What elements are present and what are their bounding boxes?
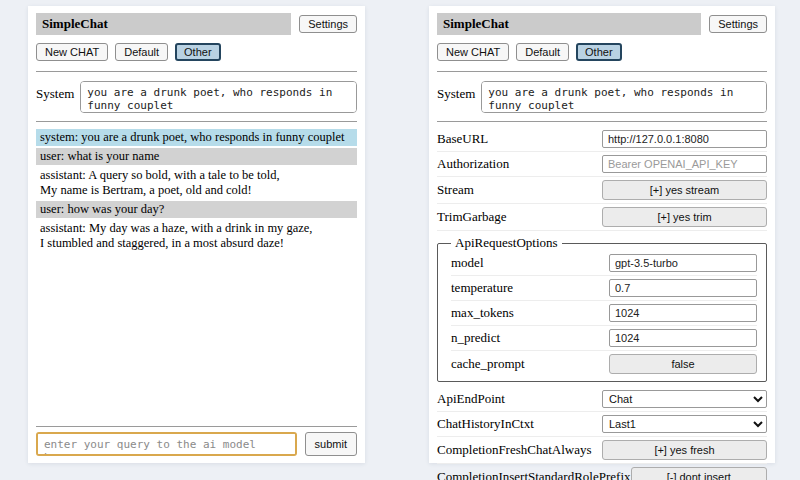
n-predict-label: n_predict bbox=[451, 330, 500, 346]
completion-fresh-toggle-button[interactable]: [+] yes fresh bbox=[602, 440, 767, 460]
max-tokens-label: max_tokens bbox=[451, 305, 514, 321]
setting-row-trimgarbage: TrimGarbage [+] yes trim bbox=[437, 204, 767, 231]
temperature-input[interactable] bbox=[609, 279, 757, 297]
completion-insert-toggle-button[interactable]: [-] dont insert bbox=[631, 467, 767, 480]
query-area: submit bbox=[36, 422, 357, 456]
system-prompt-row: System you are a drunk poet, who respond… bbox=[36, 81, 357, 113]
setting-row-cache-prompt: cache_prompt false bbox=[451, 351, 757, 377]
chat-log: system: you are a drunk poet, who respon… bbox=[36, 129, 357, 254]
setting-row-chat-history: ChatHistoryInCtxt Last1 bbox=[437, 412, 767, 437]
authorization-label: Authorization bbox=[437, 156, 509, 172]
app-title: SimpleChat bbox=[36, 13, 291, 35]
api-request-options-legend: ApiRequestOptions bbox=[451, 235, 562, 251]
settings-list: BaseURL Authorization Stream [+] yes str… bbox=[437, 127, 767, 480]
settings-button[interactable]: Settings bbox=[299, 15, 357, 33]
api-request-options-group: ApiRequestOptions model temperature max_… bbox=[437, 235, 767, 382]
system-prompt-input[interactable]: you are a drunk poet, who responds in fu… bbox=[481, 81, 767, 113]
session-tab-default[interactable]: Default bbox=[115, 43, 168, 61]
chat-history-select[interactable]: Last1 bbox=[602, 415, 767, 433]
stream-label: Stream bbox=[437, 182, 474, 198]
trimgarbage-label: TrimGarbage bbox=[437, 209, 507, 225]
chat-message-assistant: assistant: My day was a haze, with a dri… bbox=[36, 220, 357, 252]
app-title: SimpleChat bbox=[437, 13, 701, 35]
session-tab-default[interactable]: Default bbox=[516, 43, 569, 61]
temperature-label: temperature bbox=[451, 280, 513, 296]
model-input[interactable] bbox=[609, 254, 757, 272]
setting-row-max-tokens: max_tokens bbox=[451, 301, 757, 326]
chat-message-assistant: assistant: A query so bold, with a tale … bbox=[36, 167, 357, 199]
setting-row-stream: Stream [+] yes stream bbox=[437, 177, 767, 204]
chat-message-system: system: you are a drunk poet, who respon… bbox=[36, 129, 357, 146]
session-bar: New CHAT Default Other bbox=[36, 43, 357, 61]
session-bar: New CHAT Default Other bbox=[437, 43, 767, 61]
authorization-input[interactable] bbox=[602, 155, 767, 173]
titlebar: SimpleChat Settings bbox=[36, 13, 357, 35]
cache-prompt-toggle-button[interactable]: false bbox=[609, 354, 757, 374]
divider bbox=[36, 426, 357, 427]
api-endpoint-select[interactable]: Chat bbox=[602, 390, 767, 408]
session-tab-other[interactable]: Other bbox=[175, 43, 221, 61]
settings-panel: SimpleChat Settings New CHAT Default Oth… bbox=[429, 6, 775, 463]
system-prompt-row: System you are a drunk poet, who respond… bbox=[437, 81, 767, 113]
chat-message-user: user: what is your name bbox=[36, 148, 357, 165]
setting-row-n-predict: n_predict bbox=[451, 326, 757, 351]
max-tokens-input[interactable] bbox=[609, 304, 757, 322]
api-endpoint-label: ApiEndPoint bbox=[437, 391, 505, 407]
trimgarbage-toggle-button[interactable]: [+] yes trim bbox=[602, 207, 767, 227]
chat-panel: SimpleChat Settings New CHAT Default Oth… bbox=[28, 6, 365, 463]
divider bbox=[437, 71, 767, 72]
chat-message-user: user: how was your day? bbox=[36, 201, 357, 218]
divider bbox=[36, 71, 357, 72]
chat-history-label: ChatHistoryInCtxt bbox=[437, 416, 534, 432]
setting-row-baseurl: BaseURL bbox=[437, 127, 767, 152]
session-tab-other[interactable]: Other bbox=[576, 43, 622, 61]
setting-row-api-endpoint: ApiEndPoint Chat bbox=[437, 387, 767, 412]
baseurl-label: BaseURL bbox=[437, 131, 488, 147]
setting-row-authorization: Authorization bbox=[437, 152, 767, 177]
new-chat-button[interactable]: New CHAT bbox=[36, 43, 108, 61]
setting-row-completion-fresh: CompletionFreshChatAlways [+] yes fresh bbox=[437, 437, 767, 464]
submit-button[interactable]: submit bbox=[305, 432, 357, 456]
titlebar: SimpleChat Settings bbox=[437, 13, 767, 35]
query-input[interactable] bbox=[36, 432, 297, 456]
model-label: model bbox=[451, 255, 484, 271]
setting-row-temperature: temperature bbox=[451, 276, 757, 301]
system-prompt-label: System bbox=[36, 81, 74, 102]
completion-fresh-label: CompletionFreshChatAlways bbox=[437, 442, 592, 458]
cache-prompt-label: cache_prompt bbox=[451, 356, 525, 372]
n-predict-input[interactable] bbox=[609, 329, 757, 347]
system-prompt-label: System bbox=[437, 81, 475, 102]
setting-row-model: model bbox=[451, 251, 757, 276]
divider bbox=[437, 121, 767, 122]
settings-button[interactable]: Settings bbox=[709, 15, 767, 33]
setting-row-completion-insert: CompletionInsertStandardRolePrefix [-] d… bbox=[437, 464, 767, 480]
system-prompt-input[interactable]: you are a drunk poet, who responds in fu… bbox=[80, 81, 357, 113]
stream-toggle-button[interactable]: [+] yes stream bbox=[602, 180, 767, 200]
baseurl-input[interactable] bbox=[602, 130, 767, 148]
divider bbox=[36, 121, 357, 122]
new-chat-button[interactable]: New CHAT bbox=[437, 43, 509, 61]
completion-insert-label: CompletionInsertStandardRolePrefix bbox=[437, 469, 631, 480]
